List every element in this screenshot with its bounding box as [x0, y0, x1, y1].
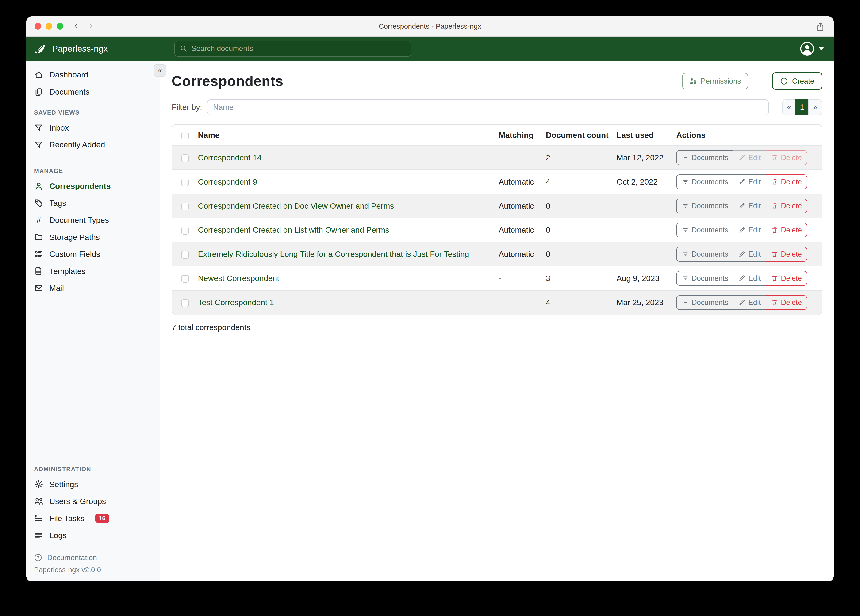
documents-button[interactable]: Documents	[676, 150, 733, 165]
edit-button[interactable]: Edit	[733, 199, 766, 214]
filter-name-input[interactable]	[207, 99, 769, 115]
permissions-button[interactable]: Permissions	[682, 73, 748, 89]
table-row: Extremely Ridiculously Long Title for a …	[172, 242, 821, 266]
window-title: Correspondents - Paperless-ngx	[26, 22, 834, 30]
edit-button[interactable]: Edit	[733, 223, 766, 237]
sidebar: « Dashboard Documents SAVED VIEWS Inbox …	[26, 61, 160, 581]
row-checkbox[interactable]	[181, 179, 189, 186]
filter-icon	[682, 226, 689, 234]
delete-button[interactable]: Delete	[766, 223, 807, 237]
folder-icon	[34, 233, 44, 242]
row-checkbox[interactable]	[181, 203, 189, 211]
sidebar-item-templates[interactable]: Templates	[26, 263, 160, 280]
filter-icon	[34, 123, 44, 132]
section-administration: ADMINISTRATION	[34, 466, 160, 473]
documents-button[interactable]: Documents	[676, 199, 733, 214]
app-version: Paperless-ngx v2.0.0	[26, 565, 160, 581]
pagination-prev[interactable]: «	[782, 99, 796, 115]
main-content: Correspondents Permissions Create Filter…	[160, 61, 833, 581]
edit-button[interactable]: Edit	[733, 295, 766, 310]
paperless-logo-icon	[34, 42, 47, 55]
documents-button[interactable]: Documents	[676, 247, 733, 261]
trash-icon	[771, 178, 778, 185]
table-row: Correspondent 14 - 2 Mar 12, 2022 Docume…	[172, 146, 821, 170]
sidebar-item-users-groups[interactable]: Users & Groups	[26, 493, 160, 510]
pagination: « 1 »	[782, 99, 822, 115]
create-button[interactable]: Create	[772, 72, 822, 90]
row-checkbox[interactable]	[181, 227, 189, 234]
table-row: Newest Correspondent - 3 Aug 9, 2023 Doc…	[172, 266, 821, 291]
hash-icon: #	[34, 215, 44, 225]
user-menu[interactable]	[799, 41, 824, 57]
user-lock-icon	[689, 77, 697, 85]
table-row: Correspondent Created on List with Owner…	[172, 218, 821, 242]
delete-button[interactable]: Delete	[766, 150, 807, 165]
edit-button[interactable]: Edit	[733, 150, 766, 165]
correspondent-link[interactable]: Newest Correspondent	[198, 274, 279, 283]
global-search-input[interactable]: Search documents	[174, 41, 411, 57]
sidebar-item-custom-fields[interactable]: Custom Fields	[26, 245, 160, 262]
correspondent-link[interactable]: Test Correspondent 1	[198, 298, 274, 307]
documents-button[interactable]: Documents	[676, 174, 733, 189]
delete-button[interactable]: Delete	[766, 247, 807, 261]
trash-icon	[771, 251, 778, 258]
sidebar-item-settings[interactable]: Settings	[26, 476, 160, 493]
sidebar-item-storage-paths[interactable]: Storage Paths	[26, 229, 160, 245]
documents-button[interactable]: Documents	[676, 223, 733, 237]
sidebar-item-documents[interactable]: Documents	[26, 83, 160, 100]
delete-button[interactable]: Delete	[766, 174, 807, 189]
task-list-icon	[34, 514, 44, 523]
mail-icon	[34, 284, 44, 293]
sidebar-item-inbox[interactable]: Inbox	[26, 119, 160, 136]
pagination-next[interactable]: »	[808, 99, 822, 115]
delete-button[interactable]: Delete	[766, 295, 807, 310]
edit-button[interactable]: Edit	[733, 271, 766, 286]
pagination-page-1[interactable]: 1	[795, 99, 809, 115]
documentation-link[interactable]: Documentation	[26, 550, 160, 565]
sidebar-item-file-tasks[interactable]: File Tasks 16	[26, 510, 160, 527]
row-checkbox[interactable]	[181, 251, 189, 259]
correspondent-link[interactable]: Correspondent Created on Doc View Owner …	[198, 201, 394, 211]
filter-icon	[682, 251, 689, 258]
documents-button[interactable]: Documents	[676, 295, 733, 310]
sidebar-item-document-types[interactable]: # Document Types	[26, 212, 160, 229]
sidebar-item-mail[interactable]: Mail	[26, 280, 160, 297]
edit-button[interactable]: Edit	[733, 247, 766, 261]
table-row: Correspondent 9 Automatic 4 Oct 2, 2022 …	[172, 170, 821, 194]
header-matching: Matching	[499, 125, 546, 146]
correspondent-link[interactable]: Extremely Ridiculously Long Title for a …	[198, 250, 469, 258]
select-all-checkbox[interactable]	[181, 132, 189, 140]
user-avatar-icon	[799, 41, 815, 57]
home-icon	[34, 70, 44, 80]
sidebar-item-tags[interactable]: Tags	[26, 195, 160, 212]
header-document-count: Document count	[546, 125, 616, 146]
brand[interactable]: Paperless-ngx	[34, 42, 108, 55]
filter-icon	[34, 140, 44, 149]
delete-button[interactable]: Delete	[766, 199, 807, 214]
row-checkbox[interactable]	[181, 275, 189, 283]
pencil-icon	[738, 226, 745, 234]
filter-icon	[682, 154, 689, 161]
sidebar-item-correspondents[interactable]: Correspondents	[26, 178, 160, 195]
sidebar-item-recently-added[interactable]: Recently Added	[26, 136, 160, 153]
sidebar-item-logs[interactable]: Logs	[26, 527, 160, 544]
sidebar-item-dashboard[interactable]: Dashboard	[26, 66, 160, 83]
correspondent-link[interactable]: Correspondent 9	[198, 177, 257, 186]
table-header-row: Name Matching Document count Last used A…	[172, 125, 821, 146]
documents-button[interactable]: Documents	[676, 271, 733, 286]
header-name: Name	[198, 125, 499, 146]
person-icon	[34, 181, 44, 191]
share-icon[interactable]	[816, 21, 825, 32]
pencil-icon	[738, 178, 745, 185]
correspondent-link[interactable]: Correspondent Created on List with Owner…	[198, 225, 389, 234]
pencil-icon	[738, 202, 745, 209]
sidebar-collapse-button[interactable]: «	[154, 64, 166, 77]
row-checkbox[interactable]	[181, 299, 189, 307]
correspondent-link[interactable]: Correspondent 14	[198, 153, 262, 162]
edit-button[interactable]: Edit	[733, 174, 766, 189]
row-checkbox[interactable]	[181, 154, 189, 162]
trash-icon	[771, 299, 778, 306]
section-saved-views: SAVED VIEWS	[34, 109, 160, 116]
pencil-icon	[738, 154, 745, 161]
delete-button[interactable]: Delete	[766, 271, 807, 286]
